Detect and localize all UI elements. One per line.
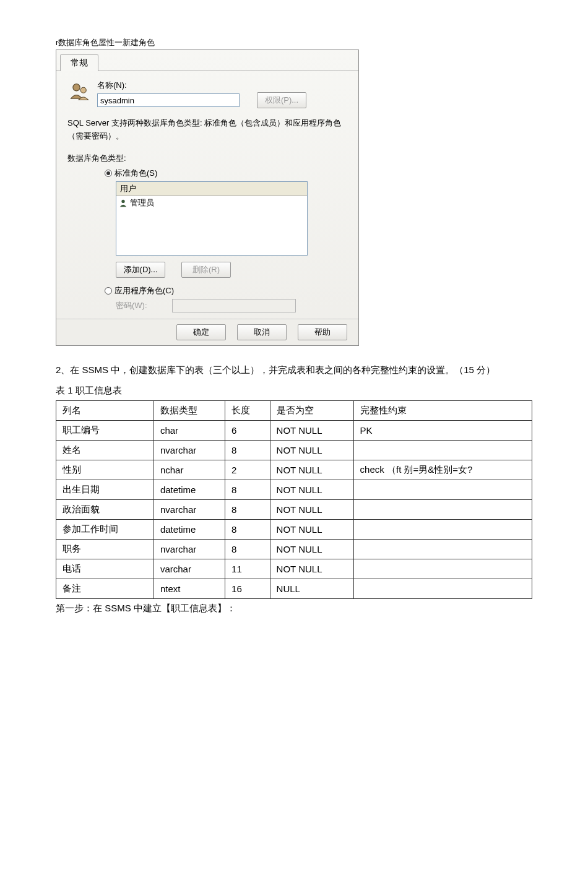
cell: ntext <box>153 579 225 598</box>
table-row: 电话 varchar 11 NOT NULL <box>56 559 532 579</box>
th-type: 数据类型 <box>153 400 225 420</box>
help-button[interactable]: 帮助 <box>298 324 347 340</box>
radio-app-label: 应用程序角色(C) <box>115 285 174 296</box>
cancel-button[interactable]: 取消 <box>237 324 287 340</box>
table-row: 备注 ntext 16 NULL <box>56 579 532 598</box>
table-row: 职工编号 char 6 NOT NULL PK <box>56 420 532 440</box>
dialog-body: 名称(N): 权限(P)... SQL Server 支持两种数据库角色类型: … <box>56 71 358 319</box>
cell <box>353 539 532 559</box>
cell: 政治面貌 <box>56 499 154 519</box>
svg-point-0 <box>73 84 80 91</box>
radio-standard[interactable]: 标准角色(S) <box>105 168 347 179</box>
user-listbox[interactable]: 用户 管理员 <box>116 181 308 256</box>
doc-paragraph: 2、在 SSMS 中，创建数据库下的表（三个以上），并完成表和表之间的各种完整性… <box>56 360 532 380</box>
cell: 6 <box>225 420 270 440</box>
cell: 11 <box>225 559 270 579</box>
cell: NOT NULL <box>270 420 353 440</box>
cell: 备注 <box>56 579 154 598</box>
password-label: 密码(W): <box>116 300 147 311</box>
cell: nvarchar <box>153 539 225 559</box>
th-constraint: 完整性约束 <box>353 400 532 420</box>
permissions-button[interactable]: 权限(P)... <box>257 92 306 108</box>
table-row: 政治面貌 nvarchar 8 NOT NULL <box>56 499 532 519</box>
cell: NOT NULL <box>270 539 353 559</box>
cell: 参加工作时间 <box>56 519 154 539</box>
cell: 8 <box>225 519 270 539</box>
cell: NOT NULL <box>270 440 353 460</box>
svg-point-2 <box>121 199 124 202</box>
cell: 姓名 <box>56 440 154 460</box>
cell: nvarchar <box>153 499 225 519</box>
radio-standard-label: 标准角色(S) <box>115 168 157 179</box>
cell <box>353 559 532 579</box>
cell: 职务 <box>56 539 154 559</box>
radio-app[interactable]: 应用程序角色(C) <box>105 285 347 296</box>
table-row: 职务 nvarchar 8 NOT NULL <box>56 539 532 559</box>
cell: NOT NULL <box>270 499 353 519</box>
th-len: 长度 <box>225 400 270 420</box>
name-input[interactable] <box>97 93 240 107</box>
table-row: 性别 nchar 2 NOT NULL check （ft 别=男&性别=女? <box>56 460 532 480</box>
tab-bar: 常规 <box>56 50 358 71</box>
cell: NOT NULL <box>270 519 353 539</box>
list-item-label: 管理员 <box>130 197 154 209</box>
cell <box>353 579 532 598</box>
cell: nvarchar <box>153 440 225 460</box>
cell: 电话 <box>56 559 154 579</box>
cell: nchar <box>153 460 225 480</box>
role-icon <box>67 80 91 103</box>
cell: check （ft 别=男&性别=女? <box>353 460 532 480</box>
radio-dot-icon <box>105 170 112 177</box>
password-input <box>172 299 296 312</box>
cell: 性别 <box>56 460 154 480</box>
delete-button[interactable]: 删除(R) <box>181 262 231 278</box>
cell: 8 <box>225 539 270 559</box>
table-caption: 表 1 职工信息表 <box>56 385 532 397</box>
schema-table: 列名 数据类型 长度 是否为空 完整性约束 职工编号 char 6 NOT NU… <box>56 400 532 599</box>
cell: 8 <box>225 440 270 460</box>
name-label: 名称(N): <box>97 80 347 91</box>
th-null: 是否为空 <box>270 400 353 420</box>
member-icon <box>119 199 128 207</box>
cell: char <box>153 420 225 440</box>
cell: PK <box>353 420 532 440</box>
cell <box>353 499 532 519</box>
cell: 出生日期 <box>56 480 154 499</box>
role-dialog: 常规 名称(N): 权限(P)... SQL Server 支持两种数据库角色类… <box>56 50 359 346</box>
cell: 8 <box>225 499 270 519</box>
table-row: 姓名 nvarchar 8 NOT NULL <box>56 440 532 460</box>
cell: NOT NULL <box>270 480 353 499</box>
dialog-footer: 确定 取消 帮助 <box>56 319 358 345</box>
cell: 2 <box>225 460 270 480</box>
cell <box>353 519 532 539</box>
window-title: r数据库角色屋性一新建角色 <box>56 37 532 48</box>
tab-general[interactable]: 常规 <box>60 54 98 71</box>
cell: datetime <box>153 480 225 499</box>
cell: NOT NULL <box>270 460 353 480</box>
step-text: 第一步：在 SSMS 中建立【职工信息表】： <box>56 603 532 614</box>
table-row: 出生日期 datetime 8 NOT NULL <box>56 480 532 499</box>
table-row: 参加工作时间 datetime 8 NOT NULL <box>56 519 532 539</box>
cell: 职工编号 <box>56 420 154 440</box>
cell <box>353 440 532 460</box>
cell: 8 <box>225 480 270 499</box>
list-item[interactable]: 管理员 <box>116 196 307 210</box>
cell: datetime <box>153 519 225 539</box>
radio-dot-icon <box>105 287 112 295</box>
info-text: SQL Server 支持两种数据库角色类型: 标准角色（包含成员）和应用程序角… <box>67 117 347 143</box>
listbox-header: 用户 <box>116 182 307 196</box>
role-type-label: 数据库角色类型: <box>67 153 347 164</box>
th-col: 列名 <box>56 400 154 420</box>
cell: varchar <box>153 559 225 579</box>
cell: 16 <box>225 579 270 598</box>
cell <box>353 480 532 499</box>
cell: NOT NULL <box>270 559 353 579</box>
add-button[interactable]: 添加(D)... <box>116 262 165 278</box>
ok-button[interactable]: 确定 <box>176 324 226 340</box>
svg-point-1 <box>80 87 86 93</box>
cell: NULL <box>270 579 353 598</box>
